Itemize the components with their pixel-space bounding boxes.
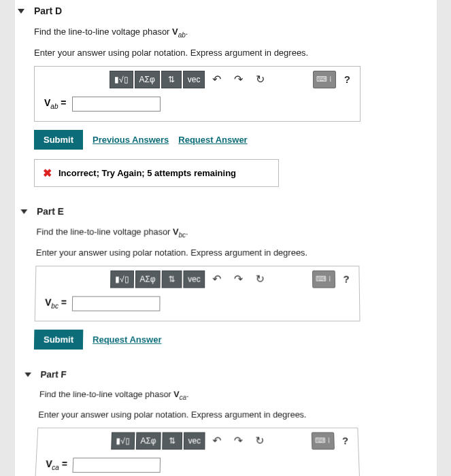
part-f: Part F Find the line-to-line voltage pha…	[16, 369, 436, 476]
help-button[interactable]: ?	[340, 73, 354, 85]
request-answer-link[interactable]: Request Answer	[178, 135, 247, 145]
equation-toolbar: ▮√▯ ΑΣφ ⇅ vec ↶ ↷ ↻ ⌨ ⁞ ?	[37, 428, 358, 452]
vector-button[interactable]: vec	[184, 432, 205, 449]
instruction-text: Enter your answer using polar notation. …	[38, 409, 433, 421]
redo-button[interactable]: ↷	[228, 270, 248, 288]
undo-button[interactable]: ↶	[207, 270, 227, 288]
submit-button[interactable]: Submit	[34, 329, 84, 349]
greek-button[interactable]: ΑΣφ	[135, 432, 161, 449]
instruction-text: Enter your answer using polar notation. …	[36, 246, 435, 258]
answer-box: ▮√▯ ΑΣφ ⇅ vec ↶ ↷ ↻ ⌨ ⁞ ? Vca =	[35, 427, 360, 476]
equation-toolbar: ▮√▯ ΑΣφ ⇅ vec ↶ ↷ ↻ ⌨ ⁞ ?	[35, 67, 360, 91]
help-button[interactable]: ?	[338, 435, 352, 446]
keyboard-button[interactable]: ⌨ ⁞	[312, 270, 335, 288]
feedback-box: ✖ Incorrect; Try Again; 5 attempts remai…	[34, 159, 279, 187]
fraction-button[interactable]: ⇅	[161, 71, 182, 88]
prompt-text: Find the line-to-line voltage phasor Vbc…	[36, 226, 434, 239]
collapse-caret-icon[interactable]	[24, 372, 31, 377]
equation-toolbar: ▮√▯ ΑΣφ ⇅ vec ↶ ↷ ↻ ⌨ ⁞ ?	[36, 266, 359, 290]
undo-button[interactable]: ↶	[207, 432, 227, 449]
vector-button[interactable]: vec	[183, 270, 205, 288]
answer-input[interactable]	[72, 296, 161, 311]
keyboard-button[interactable]: ⌨ ⁞	[312, 432, 335, 449]
greek-button[interactable]: ΑΣφ	[135, 270, 160, 288]
answer-label: Vbc =	[45, 297, 67, 310]
answer-box: ▮√▯ ΑΣφ ⇅ vec ↶ ↷ ↻ ⌨ ⁞ ? Vab =	[34, 66, 361, 122]
greek-button[interactable]: ΑΣφ	[135, 71, 160, 88]
vector-button[interactable]: vec	[183, 71, 205, 88]
feedback-text: Incorrect; Try Again; 5 attempts remaini…	[59, 168, 236, 178]
instruction-text: Enter your answer using polar notation. …	[34, 47, 437, 59]
part-title: Part D	[34, 5, 62, 16]
redo-button[interactable]: ↷	[228, 432, 248, 449]
answer-input[interactable]	[72, 457, 161, 472]
template-button[interactable]: ▮√▯	[111, 432, 135, 449]
help-button[interactable]: ?	[339, 273, 354, 285]
redo-button[interactable]: ↷	[228, 71, 248, 88]
submit-button[interactable]: Submit	[34, 130, 83, 150]
reset-button[interactable]: ↻	[250, 71, 270, 88]
keyboard-button[interactable]: ⌨ ⁞	[313, 71, 336, 88]
fraction-button[interactable]: ⇅	[162, 432, 182, 449]
answer-input[interactable]	[72, 97, 161, 112]
incorrect-icon: ✖	[43, 167, 52, 180]
collapse-caret-icon[interactable]	[20, 209, 27, 214]
template-button[interactable]: ▮√▯	[110, 71, 133, 88]
previous-answers-link[interactable]: Previous Answers	[93, 135, 169, 145]
prompt-text: Find the line-to-line voltage phasor Vab…	[34, 26, 437, 40]
part-d: Part D Find the line-to-line voltage pha…	[15, 5, 437, 187]
part-e: Part E Find the line-to-line voltage pha…	[15, 206, 437, 350]
undo-button[interactable]: ↶	[206, 71, 227, 88]
part-title: Part E	[37, 206, 64, 217]
template-button[interactable]: ▮√▯	[110, 270, 134, 288]
request-answer-link[interactable]: Request Answer	[93, 334, 162, 344]
collapse-caret-icon[interactable]	[18, 9, 24, 14]
answer-label: Vca =	[46, 458, 68, 471]
answer-label: Vab =	[44, 97, 67, 110]
part-title: Part F	[40, 369, 67, 379]
answer-box: ▮√▯ ΑΣφ ⇅ vec ↶ ↷ ↻ ⌨ ⁞ ? Vbc =	[35, 265, 361, 321]
prompt-text: Find the line-to-line voltage phasor Vca…	[39, 388, 431, 402]
reset-button[interactable]: ↻	[250, 432, 270, 449]
fraction-button[interactable]: ⇅	[161, 270, 182, 288]
reset-button[interactable]: ↻	[250, 270, 270, 288]
